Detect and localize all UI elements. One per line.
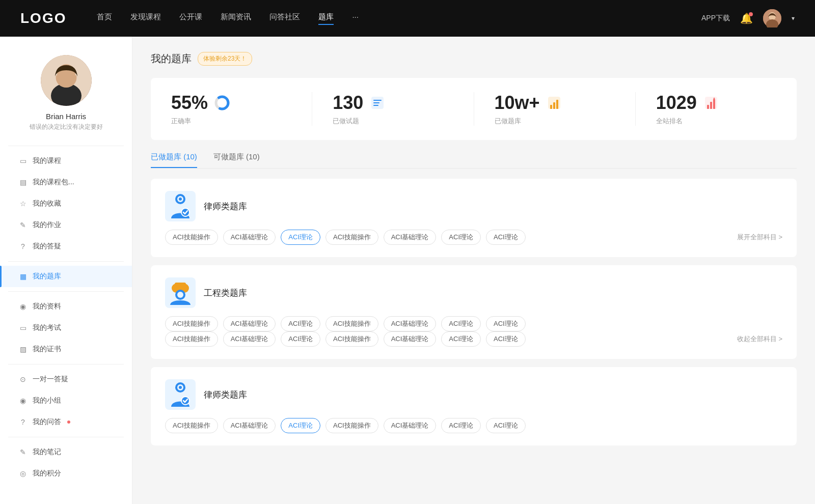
profile-name: Brian Harris	[46, 112, 86, 121]
svg-point-22	[179, 198, 182, 201]
nav-item-···[interactable]: ···	[352, 12, 359, 25]
expand-link-0-0[interactable]: 展开全部科目 >	[737, 233, 782, 242]
sidebar-icon-my-data: ◉	[18, 302, 28, 311]
stat-top-2: 10w+	[495, 92, 563, 114]
svg-rect-11	[373, 105, 378, 106]
stat-value-3: 1029	[656, 92, 697, 114]
sidebar-item-my-data[interactable]: ◉我的资料	[0, 296, 132, 317]
qbank-card-0: 律师类题库ACI技能操作ACI基础理论ACI理论ACI技能操作ACI基础理论AC…	[151, 179, 797, 257]
tag-1-1-0[interactable]: ACI技能操作	[165, 331, 218, 347]
svg-point-30	[179, 386, 182, 389]
sidebar-item-my-qbank[interactable]: ▦我的题库	[0, 266, 132, 287]
sidebar-label-my-questions: 我的问答	[33, 417, 61, 427]
tag-2-0-2[interactable]: ACI理论	[281, 418, 320, 433]
user-avatar[interactable]	[763, 9, 781, 27]
avatar-svg	[41, 55, 92, 106]
tag-1-0-4[interactable]: ACI基础理论	[384, 316, 437, 331]
nav-item-发现课程[interactable]: 发现课程	[130, 12, 161, 25]
tag-1-1-6[interactable]: ACI理论	[486, 331, 526, 347]
sidebar-label-one-to-one: 一对一答疑	[33, 375, 68, 384]
tag-1-1-3[interactable]: ACI技能操作	[325, 331, 378, 347]
tag-1-1-4[interactable]: ACI基础理论	[384, 331, 437, 347]
sidebar-item-my-notes[interactable]: ✎我的笔记	[0, 441, 132, 463]
tag-1-0-6[interactable]: ACI理论	[486, 316, 526, 331]
sidebar-item-my-points[interactable]: ◎我的积分	[0, 463, 132, 484]
page-title: 我的题库	[151, 52, 192, 66]
tag-0-0-1[interactable]: ACI基础理论	[223, 230, 276, 245]
nav-item-新闻资讯[interactable]: 新闻资讯	[221, 12, 251, 25]
sidebar-item-my-qa[interactable]: ?我的答疑	[0, 236, 132, 257]
svg-rect-13	[550, 105, 552, 109]
sidebar-divider	[8, 291, 124, 292]
sidebar-item-one-to-one[interactable]: ⊙一对一答疑	[0, 369, 132, 390]
tag-2-0-6[interactable]: ACI理论	[486, 418, 526, 433]
tag-1-0-3[interactable]: ACI技能操作	[325, 316, 378, 331]
nav-menu: 首页发现课程公开课新闻资讯问答社区题库···	[97, 12, 701, 25]
stat-label-3: 全站排名	[656, 117, 683, 126]
sidebar-label-my-exam: 我的考试	[33, 323, 61, 332]
tag-1-0-5[interactable]: ACI理论	[441, 316, 481, 331]
logo[interactable]: LOGO	[20, 10, 66, 26]
svg-rect-18	[710, 102, 712, 109]
sidebar-label-my-qa: 我的答疑	[33, 242, 61, 251]
sidebar-divider	[8, 261, 124, 262]
stat-value-0: 55%	[171, 92, 208, 114]
sidebar-item-my-cert[interactable]: ▨我的证书	[0, 339, 132, 360]
tag-1-0-2[interactable]: ACI理论	[281, 316, 320, 331]
tag-2-0-1[interactable]: ACI基础理论	[223, 418, 276, 433]
sidebar-item-my-favorites[interactable]: ☆我的收藏	[0, 193, 132, 214]
nav-item-问答社区[interactable]: 问答社区	[269, 12, 300, 25]
sidebar-item-my-questions[interactable]: ?我的问答	[0, 411, 132, 433]
tag-0-0-6[interactable]: ACI理论	[486, 230, 526, 245]
stat-top-1: 130	[333, 92, 387, 114]
dropdown-arrow[interactable]: ▾	[792, 15, 795, 22]
trial-badge: 体验剩余23天！	[198, 52, 252, 66]
sidebar-icon-my-exam: ▭	[18, 323, 28, 332]
expand-link-1-1[interactable]: 收起全部科目 >	[737, 334, 782, 344]
qbank-header-1: 工程类题库	[165, 277, 782, 308]
notification-dot	[749, 12, 753, 16]
tag-0-0-0[interactable]: ACI技能操作	[165, 230, 218, 245]
sidebar-icon-my-cert: ▨	[18, 345, 28, 354]
stat-label-0: 正确率	[171, 117, 191, 126]
tag-2-0-3[interactable]: ACI技能操作	[325, 418, 378, 433]
sidebar: Brian Harris 错误的决定比没有决定要好 ▭我的课程▤我的课程包...…	[0, 37, 132, 504]
nav-item-首页[interactable]: 首页	[97, 12, 112, 25]
nav-right: APP下载 🔔 ▾	[701, 9, 795, 27]
tab-1[interactable]: 可做题库 (10)	[213, 152, 260, 168]
nav-item-题库[interactable]: 题库	[318, 12, 334, 25]
tags-container-1-1: ACI技能操作ACI基础理论ACI理论ACI技能操作ACI基础理论ACI理论AC…	[165, 331, 782, 347]
tag-0-0-5[interactable]: ACI理论	[441, 230, 481, 245]
tag-0-0-3[interactable]: ACI技能操作	[325, 230, 378, 245]
sidebar-item-my-homework[interactable]: ✎我的作业	[0, 214, 132, 236]
svg-rect-9	[373, 100, 382, 101]
nav-item-公开课[interactable]: 公开课	[179, 12, 202, 25]
sidebar-item-my-packages[interactable]: ▤我的课程包...	[0, 172, 132, 193]
notification-bell[interactable]: 🔔	[740, 12, 753, 24]
tag-1-0-0[interactable]: ACI技能操作	[165, 316, 218, 331]
app-download-link[interactable]: APP下载	[701, 14, 730, 23]
tag-2-0-5[interactable]: ACI理论	[441, 418, 481, 433]
sidebar-label-my-homework: 我的作业	[33, 220, 61, 230]
tag-row-0-0: ACI技能操作ACI基础理论ACI理论ACI技能操作ACI基础理论ACI理论AC…	[165, 230, 782, 245]
svg-rect-25	[175, 283, 186, 286]
tag-0-0-2[interactable]: ACI理论	[281, 230, 320, 245]
qbank-icon-2	[165, 379, 196, 410]
stat-value-1: 130	[333, 92, 363, 114]
tags-container-0-0: ACI技能操作ACI基础理论ACI理论ACI技能操作ACI基础理论ACI理论AC…	[165, 230, 782, 245]
tag-1-0-1[interactable]: ACI基础理论	[223, 316, 276, 331]
sidebar-item-my-exam[interactable]: ▭我的考试	[0, 317, 132, 339]
stat-item-2: 10w+ 已做题库	[474, 92, 636, 126]
svg-point-27	[177, 292, 183, 298]
sidebar-item-my-courses[interactable]: ▭我的课程	[0, 150, 132, 172]
sidebar-item-my-group[interactable]: ◉我的小组	[0, 390, 132, 411]
tag-2-0-4[interactable]: ACI基础理论	[384, 418, 437, 433]
tab-0[interactable]: 已做题库 (10)	[151, 152, 197, 168]
svg-rect-10	[373, 102, 379, 103]
tag-2-0-0[interactable]: ACI技能操作	[165, 418, 218, 433]
tag-1-1-1[interactable]: ACI基础理论	[223, 331, 276, 347]
qbank-title-1: 工程类题库	[204, 287, 247, 299]
tag-0-0-4[interactable]: ACI基础理论	[384, 230, 437, 245]
tag-1-1-5[interactable]: ACI理论	[441, 331, 481, 347]
tag-1-1-2[interactable]: ACI理论	[281, 331, 320, 347]
